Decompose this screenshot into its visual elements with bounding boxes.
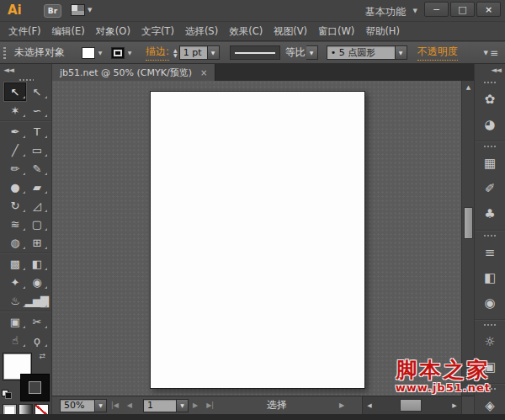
color-panel-icon[interactable]: ✿ xyxy=(475,87,505,112)
expand-panels-icon[interactable]: ◄◄ xyxy=(491,66,501,74)
stroke-width-input[interactable]: 1 pt xyxy=(179,45,208,60)
artboard[interactable] xyxy=(150,91,365,389)
collapse-tools-icon[interactable]: ◄◄ xyxy=(3,66,13,74)
document-tab[interactable]: jb51.net @ 50% (CMYK/预览) × xyxy=(52,64,215,81)
artboard-navigation-input[interactable]: 1 xyxy=(143,399,177,412)
stroke-width-stepper[interactable]: ▲▼ xyxy=(173,48,178,58)
perspective-grid-tool[interactable]: ⊞ xyxy=(26,233,48,252)
scroll-left-icon[interactable]: ◀ xyxy=(364,396,375,415)
scale-tool[interactable]: ◿ xyxy=(26,196,48,215)
mesh-tool[interactable]: ▩ xyxy=(4,254,26,273)
eraser-tool[interactable]: ▰ xyxy=(26,178,48,196)
appearance-panel-icon[interactable]: ☼ xyxy=(475,329,505,354)
opacity-panel-link[interactable]: 不透明度 xyxy=(417,45,458,61)
panel-grip[interactable] xyxy=(3,46,7,60)
maximize-button[interactable]: □ xyxy=(450,2,475,17)
zoom-tool[interactable]: ϙ xyxy=(26,331,48,349)
scroll-right-icon[interactable]: ▶ xyxy=(449,396,460,415)
minimize-button[interactable]: ─ xyxy=(424,2,449,17)
menu-type[interactable]: 文字(T) xyxy=(140,24,176,40)
color-guide-panel-icon[interactable]: ◕ xyxy=(475,112,505,137)
menu-edit[interactable]: 编辑(E) xyxy=(50,24,87,40)
stroke-color-box[interactable] xyxy=(20,374,50,401)
close-button[interactable]: × xyxy=(476,2,501,17)
menu-select[interactable]: 选择(S) xyxy=(183,24,220,40)
scroll-up-icon[interactable]: ▲ xyxy=(462,82,475,93)
fill-dropdown[interactable] xyxy=(95,47,105,59)
default-fill-stroke-icon[interactable] xyxy=(2,390,12,399)
lasso-tool[interactable]: ∽ xyxy=(26,101,48,120)
width-tool[interactable]: ≋ xyxy=(4,215,26,233)
zoom-level-dropdown[interactable] xyxy=(95,399,107,412)
scrollbar-corner xyxy=(461,396,474,415)
menu-help[interactable]: 帮助(H) xyxy=(364,24,401,40)
pencil-tool[interactable]: ✎ xyxy=(26,159,48,178)
arrange-documents-button[interactable]: ▼ xyxy=(71,4,92,16)
stroke-panel-icon[interactable]: ≡ xyxy=(475,240,505,265)
artboard-navigation-dropdown[interactable] xyxy=(177,399,189,412)
bridge-button[interactable]: Br xyxy=(44,4,61,18)
stroke-width-dropdown[interactable] xyxy=(208,45,220,60)
column-graph-tool[interactable]: ▂▅▇ xyxy=(26,291,48,310)
brush-definition-input[interactable]: • 5 点圆形 xyxy=(327,45,396,60)
rotate-tool[interactable]: ↻ xyxy=(4,196,26,215)
horizontal-scrollbar[interactable]: ◀ ▶ xyxy=(362,396,461,415)
last-artboard-button[interactable]: ▶| xyxy=(202,401,218,409)
fill-color-control[interactable] xyxy=(82,47,105,59)
stroke-dropdown[interactable] xyxy=(125,47,135,59)
panel-grip[interactable] xyxy=(483,145,497,148)
shape-builder-tool[interactable]: ◍ xyxy=(4,233,26,252)
stroke-swatch-icon[interactable] xyxy=(111,47,125,59)
zoom-level-input[interactable]: 50% xyxy=(60,399,95,412)
panel-grip[interactable] xyxy=(483,234,497,237)
selection-tool[interactable]: ↖ xyxy=(4,82,26,101)
close-tab-icon[interactable]: × xyxy=(200,68,207,77)
rectangle-tool[interactable]: ▭ xyxy=(26,141,48,159)
stroke-panel-link[interactable]: 描边: xyxy=(146,45,169,61)
control-panel-menu-icon[interactable]: ▼≡ xyxy=(484,47,497,59)
paintbrush-tool[interactable]: ✏ xyxy=(4,159,26,178)
pen-tool[interactable]: ✒ xyxy=(4,122,26,141)
horizontal-scroll-thumb[interactable] xyxy=(400,399,422,412)
chevron-down-icon: ▼ xyxy=(88,7,92,13)
gradient-panel-icon[interactable]: ◧ xyxy=(475,265,505,290)
fill-swatch-icon[interactable] xyxy=(82,47,95,59)
selection-status-label: 未选择对象 xyxy=(14,45,65,60)
blend-tool[interactable]: ◉ xyxy=(26,273,48,291)
width-profile-dropdown[interactable] xyxy=(306,45,318,60)
current-tool-label: 选择 xyxy=(267,398,287,412)
menu-effect[interactable]: 效果(C) xyxy=(227,24,264,40)
swatches-panel-icon[interactable]: ▦ xyxy=(475,151,505,176)
brushes-panel-icon[interactable]: ✐ xyxy=(475,176,505,201)
slice-tool[interactable]: ✂ xyxy=(26,312,48,331)
panel-grip[interactable] xyxy=(483,81,497,84)
artboard-tool[interactable]: ▣ xyxy=(4,312,26,331)
vertical-scroll-thumb[interactable] xyxy=(464,207,473,239)
direct-selection-tool[interactable]: ↖ xyxy=(26,82,48,101)
symbol-sprayer-tool[interactable]: ♨ xyxy=(4,291,26,310)
next-artboard-button[interactable]: ▶ xyxy=(189,401,202,409)
panel-grip[interactable] xyxy=(483,323,497,327)
free-transform-tool[interactable]: ▢ xyxy=(26,215,48,233)
stroke-color-control[interactable] xyxy=(111,47,135,59)
menu-window[interactable]: 窗口(W) xyxy=(316,24,356,40)
line-segment-tool[interactable]: ╱ xyxy=(4,141,26,159)
vertical-scrollbar[interactable]: ▲ ▼ xyxy=(461,81,474,396)
menu-file[interactable]: 文件(F) xyxy=(7,24,43,40)
previous-artboard-button[interactable]: ◀ xyxy=(123,401,136,409)
eyedropper-tool[interactable]: ✦ xyxy=(4,273,26,291)
hand-tool[interactable]: ☝ xyxy=(4,331,26,349)
type-tool[interactable]: T xyxy=(26,122,48,141)
menu-view[interactable]: 视图(V) xyxy=(272,24,309,40)
status-flyout-icon[interactable]: ▶ xyxy=(339,401,344,409)
symbols-panel-icon[interactable]: ♣ xyxy=(475,201,505,226)
magic-wand-tool[interactable]: ✶ xyxy=(4,101,26,120)
blob-brush-tool[interactable]: ● xyxy=(4,178,26,196)
first-artboard-button[interactable]: |◀ xyxy=(107,401,123,409)
gradient-tool[interactable]: ◧ xyxy=(26,254,48,273)
workspace-switcher[interactable]: 基本功能 xyxy=(365,5,406,19)
brush-definition-dropdown[interactable] xyxy=(396,45,407,60)
swap-fill-stroke-icon[interactable]: ⇄ xyxy=(39,352,45,360)
menu-object[interactable]: 对象(O) xyxy=(94,24,132,40)
transparency-panel-icon[interactable]: ◉ xyxy=(475,290,505,316)
